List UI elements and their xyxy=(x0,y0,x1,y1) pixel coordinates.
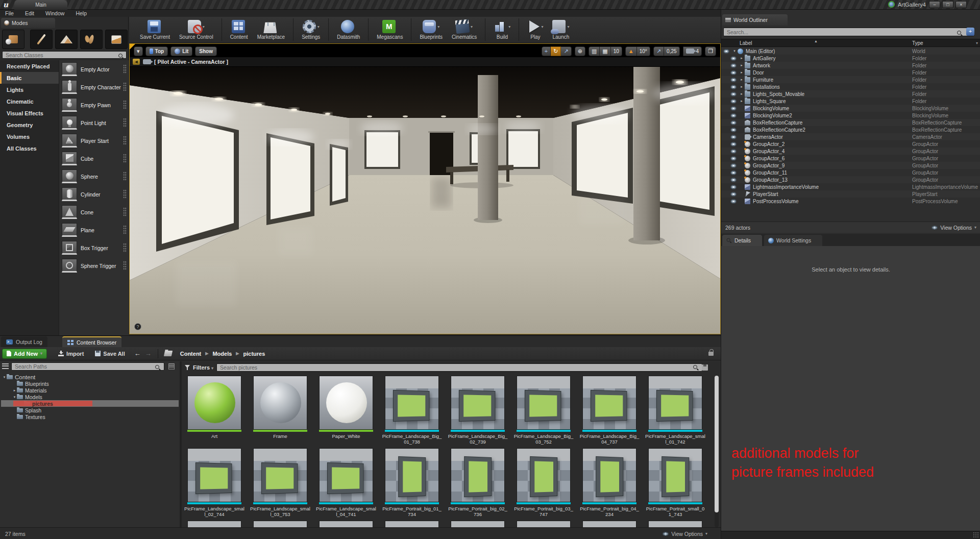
placement-category[interactable]: All Classes xyxy=(0,142,59,154)
forward-button[interactable]: → xyxy=(145,350,152,357)
toolbar-button[interactable]: ▾ Build xyxy=(485,18,515,41)
lock-icon[interactable] xyxy=(708,352,714,356)
outliner-row[interactable]: ▸ Furniture Folder xyxy=(721,76,980,83)
placement-item[interactable]: Empty Character xyxy=(59,78,129,96)
asset-tile[interactable] xyxy=(447,521,508,527)
outliner-row[interactable]: ▸ Door Folder xyxy=(721,69,980,76)
placement-item[interactable]: Sphere xyxy=(59,167,129,185)
visibility-eye-icon[interactable] xyxy=(730,99,737,104)
placement-category[interactable]: Cinematic xyxy=(0,95,59,107)
outliner-row[interactable]: CameraActor CameraActor xyxy=(721,133,980,140)
asset-tile[interactable]: PicFrame_Portrait_big_03_747 xyxy=(513,448,574,517)
world-local-toggle-button[interactable]: ⊕ xyxy=(575,46,585,56)
outliner-row[interactable]: GroupActor_4 GroupActor xyxy=(721,148,980,155)
visibility-eye-icon[interactable] xyxy=(730,178,737,182)
chevron-down-icon[interactable]: ▾ xyxy=(317,24,320,29)
asset-tile[interactable] xyxy=(579,521,640,527)
tab-details[interactable]: Details xyxy=(722,235,762,246)
outliner-row[interactable]: GroupActor_11 GroupActor xyxy=(721,169,980,176)
panel-splitter[interactable] xyxy=(180,361,182,527)
folder-tree-row[interactable]: ▾ Models xyxy=(1,394,179,400)
expander-icon[interactable]: ▾ xyxy=(732,49,737,53)
back-button[interactable]: ← xyxy=(134,350,141,357)
add-new-button[interactable]: Add New ▾ xyxy=(2,349,47,359)
asset-tile[interactable]: Frame xyxy=(250,376,311,445)
visibility-eye-icon[interactable] xyxy=(730,199,737,204)
asset-tile[interactable]: PicFrame_Portrait_big_02_736 xyxy=(447,448,508,517)
expander-icon[interactable]: ▸ xyxy=(739,78,744,82)
translate-tool-button[interactable]: + xyxy=(542,46,551,56)
level-tab-main[interactable]: Main xyxy=(14,0,67,10)
asset-tile[interactable]: PicFrame_Landscape_small_02_744 xyxy=(184,448,245,517)
placement-category[interactable]: Basic xyxy=(0,72,59,84)
menu-item[interactable]: Window xyxy=(45,10,64,16)
outliner-row[interactable]: ▸ ArtGallery Folder xyxy=(721,55,980,62)
visibility-eye-icon[interactable] xyxy=(730,56,737,61)
camera-speed-button[interactable]: 4 xyxy=(683,46,702,56)
expander-icon[interactable]: ▸ xyxy=(739,56,744,60)
visibility-eye-icon[interactable] xyxy=(730,120,737,125)
stop-piloting-button[interactable]: ◄ xyxy=(133,59,140,65)
viewport-scene[interactable] xyxy=(130,67,720,334)
outliner-row[interactable]: PlayerStart PlayerStart xyxy=(721,190,980,198)
visibility-eye-icon[interactable] xyxy=(730,85,737,89)
rotation-snap-value[interactable]: 10° xyxy=(637,46,650,56)
asset-tile[interactable] xyxy=(645,521,706,527)
asset-tile[interactable]: PicFrame_Portrait_big_01_734 xyxy=(381,448,443,517)
filters-button[interactable]: Filters ▾ xyxy=(193,364,213,371)
placement-item[interactable]: Empty Pawn xyxy=(59,96,129,114)
level-viewport[interactable]: ▾ Top Lit Show + ↻ ↗ ⊕ ▥ ▦ 10 ▲ 10° xyxy=(129,43,721,334)
toolbar-button[interactable]: ▾ Source Control xyxy=(175,18,218,41)
outliner-row[interactable]: ▸ Lights_Square Folder xyxy=(721,97,980,105)
visibility-eye-icon[interactable] xyxy=(730,92,737,96)
asset-tile[interactable]: Art xyxy=(184,376,245,445)
import-button[interactable]: Import xyxy=(58,351,84,357)
save-search-icon[interactable] xyxy=(702,364,708,371)
asset-tile[interactable] xyxy=(513,521,574,527)
assets-view-options-button[interactable]: View Options ▾ xyxy=(663,531,707,537)
outliner-row[interactable]: GroupActor_9 GroupActor xyxy=(721,162,980,169)
visibility-eye-icon[interactable] xyxy=(730,70,737,75)
placement-category[interactable]: Volumes xyxy=(0,131,59,142)
visibility-eye-icon[interactable] xyxy=(730,142,737,146)
rotation-snap-button[interactable]: ▲ xyxy=(625,46,637,56)
outliner-row[interactable]: ▸ Lights_Spots_Movable Folder xyxy=(721,90,980,97)
close-button[interactable]: × xyxy=(955,1,967,8)
column-header-type[interactable]: Type xyxy=(912,40,923,46)
toolbar-button[interactable]: ▾ Cinematics xyxy=(447,18,481,41)
geometry-mode-button[interactable] xyxy=(105,30,128,49)
surface-snap-button[interactable]: ▥ xyxy=(589,46,600,56)
paint-mode-button[interactable] xyxy=(30,30,53,49)
expander-icon[interactable]: ▸ xyxy=(739,92,744,96)
scale-snap-value[interactable]: 0,25 xyxy=(664,46,679,56)
breadcrumb-item[interactable]: pictures xyxy=(243,351,265,357)
chevron-down-icon[interactable]: ▾ xyxy=(471,24,473,29)
modes-tab[interactable]: Modes xyxy=(1,18,55,28)
outliner-search-input[interactable] xyxy=(723,28,974,36)
viewport-show-button[interactable]: Show xyxy=(195,46,217,56)
outliner-row[interactable]: PostProcessVolume PostProcessVolume xyxy=(721,198,980,205)
restore-button[interactable]: □ xyxy=(942,1,953,8)
placement-item[interactable]: Point Light xyxy=(59,114,129,132)
toolbar-button[interactable]: ▾ Settings xyxy=(293,18,325,41)
chevron-down-icon[interactable]: ▾ xyxy=(508,24,510,29)
chevron-down-icon[interactable]: ▾ xyxy=(203,24,205,29)
outliner-row[interactable]: GroupActor_13 GroupActor xyxy=(721,176,980,183)
viewport-lit-button[interactable]: Lit xyxy=(170,46,192,56)
landscape-mode-button[interactable] xyxy=(55,30,78,49)
outliner-row[interactable]: LightmassImportanceVolume LightmassImpor… xyxy=(721,183,980,190)
placement-item[interactable]: Box Trigger xyxy=(59,239,129,257)
resize-grip-icon[interactable] xyxy=(973,532,979,538)
placement-item[interactable]: Plane xyxy=(59,221,129,239)
viewport-options-button[interactable]: ▾ xyxy=(134,46,143,56)
visibility-eye-icon[interactable] xyxy=(730,106,737,111)
asset-tile[interactable]: PicFrame_Landscape_Big_01_738 xyxy=(381,376,443,445)
menu-item[interactable]: File xyxy=(5,10,14,16)
visibility-eye-icon[interactable] xyxy=(730,135,737,139)
placement-category[interactable]: Geometry xyxy=(0,119,59,131)
folder-tree-row[interactable]: ▾ Content xyxy=(1,374,179,380)
rotate-tool-button[interactable]: ↻ xyxy=(551,46,561,56)
type-filter-caret-icon[interactable]: ▾ xyxy=(976,41,978,45)
visibility-eye-icon[interactable] xyxy=(730,149,737,154)
asset-tile[interactable]: PicFrame_Landscape_small_03_753 xyxy=(250,448,311,517)
